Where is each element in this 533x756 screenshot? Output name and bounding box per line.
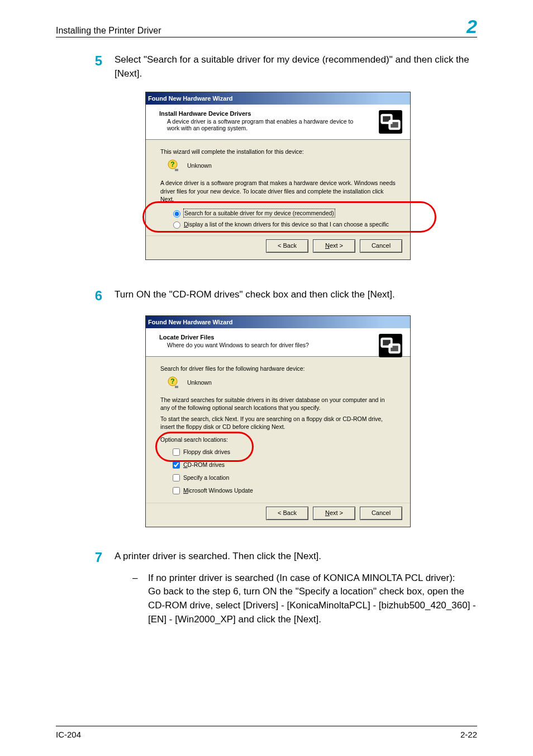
chk-floppy-label: Floppy disk drives: [183, 448, 230, 456]
cancel-button[interactable]: Cancel: [360, 239, 402, 253]
chk-cdrom-label: C: [183, 461, 188, 469]
svg-text:?: ?: [170, 377, 174, 385]
chk-specify[interactable]: Specify a location: [170, 472, 396, 483]
svg-rect-4: [175, 169, 178, 171]
dialog2-unknown: Unknown: [187, 379, 212, 386]
next-button[interactable]: Next >: [313, 239, 355, 253]
step-6-number: 6: [56, 288, 115, 304]
chk-cdrom-input[interactable]: [173, 461, 180, 469]
radio-display-input[interactable]: [173, 221, 180, 229]
radio-search-input[interactable]: [173, 210, 180, 218]
cancel-button-2[interactable]: Cancel: [360, 507, 402, 520]
chk-windows-update[interactable]: Microsoft Windows Update: [170, 485, 396, 496]
step-7-text: A printer driver is searched. Then click…: [115, 550, 477, 566]
dialog1-titlebar: Found New Hardware Wizard: [146, 92, 410, 105]
chk-specify-input[interactable]: [173, 474, 180, 481]
dialog1-line1: This wizard will complete the installati…: [160, 148, 396, 155]
hardware-icon: [379, 110, 402, 134]
dialog1-banner-sub: A device driver is a software program th…: [167, 118, 363, 131]
dialog1-unknown: Unknown: [187, 162, 212, 169]
step7-bullet-body: Go back to the step 6, turn ON the "Spec…: [148, 586, 476, 624]
hardware-icon-2: [379, 334, 402, 357]
page-footer: IC-204 2-22: [56, 726, 477, 739]
dialog-locate-files: Found New Hardware Wizard Locate Driver …: [145, 315, 411, 527]
question-icon: ?: [167, 159, 180, 172]
step-5-text: Select "Search for a suitable driver for…: [115, 53, 477, 81]
dialog2-banner-sub: Where do you want Windows to search for …: [167, 342, 363, 348]
radio-search-recommended[interactable]: Search for a suitable driver for my devi…: [170, 209, 396, 218]
dialog1-banner-title: Install Hardware Device Drivers: [159, 110, 251, 117]
question-icon-2: ?: [167, 376, 180, 389]
back-button-2[interactable]: < Back: [266, 507, 308, 520]
step-7-number: 7: [56, 550, 115, 566]
dialog2-para1: The wizard searches for suitable drivers…: [160, 396, 396, 412]
chk-floppy[interactable]: Floppy disk drives: [170, 447, 396, 457]
chk-cdrom[interactable]: CD-ROM drives: [170, 460, 396, 470]
footer-right: 2-22: [460, 730, 477, 739]
page-header: Installing the Printer Driver 2: [56, 17, 477, 37]
step7-bullet-lead: If no printer driver is searched (In cas…: [148, 573, 455, 583]
dialog2-line1: Search for driver files for the followin…: [160, 365, 396, 372]
dialog1-para: A device driver is a software program th…: [160, 179, 396, 203]
svg-rect-9: [175, 386, 178, 388]
chk-wu-label-u: M: [183, 486, 188, 494]
step-6-text: Turn ON the "CD-ROM drives" check box an…: [115, 288, 477, 304]
svg-text:?: ?: [170, 160, 174, 168]
radio-search-label: Search for a suitable driver for my devi…: [184, 209, 335, 217]
back-button[interactable]: < Back: [266, 239, 308, 253]
chk-specify-label: Specify a location: [183, 474, 229, 481]
chk-wu-input[interactable]: [173, 487, 180, 494]
dialog2-titlebar: Found New Hardware Wizard: [146, 316, 410, 328]
dialog2-optlabel: Optional search locations:: [160, 436, 396, 443]
next-button-2[interactable]: Next >: [313, 507, 355, 520]
chk-floppy-input[interactable]: [173, 448, 180, 456]
dialog2-para2: To start the search, click Next. If you …: [160, 415, 396, 431]
dialog2-banner-title: Locate Driver Files: [159, 334, 214, 341]
chapter-number: 2: [467, 17, 477, 36]
section-title: Installing the Printer Driver: [56, 26, 161, 36]
dialog-install-drivers: Found New Hardware Wizard Install Hardwa…: [145, 92, 411, 260]
radio-display-list[interactable]: DDisplay a list of the known drivers for…: [170, 220, 396, 229]
step7-bullet: – If no printer driver is searched (In c…: [132, 571, 477, 627]
footer-left: IC-204: [56, 730, 81, 739]
radio-display-label: DDisplay a list of the known drivers for…: [184, 220, 389, 228]
step-5-number: 5: [56, 53, 115, 81]
